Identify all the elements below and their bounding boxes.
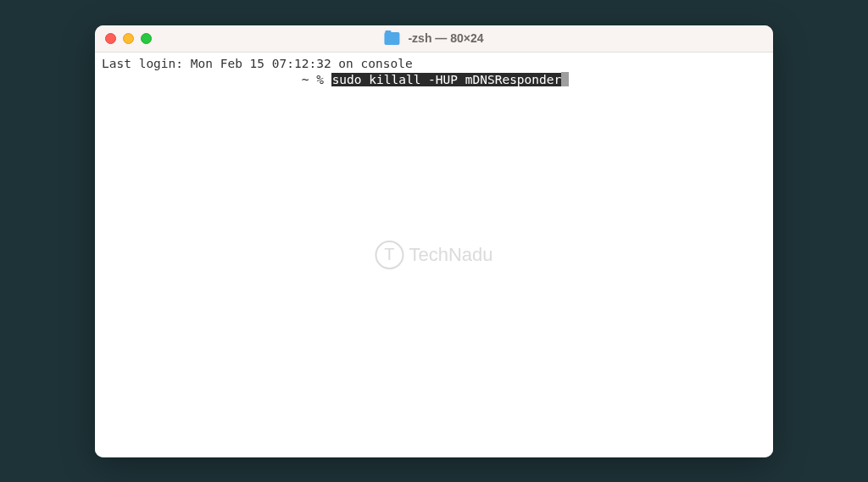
terminal-body[interactable]: Last login: Mon Feb 15 07:12:32 on conso… xyxy=(95,53,773,457)
watermark-logo-icon: T xyxy=(375,241,403,269)
watermark: T TechNadu xyxy=(375,241,492,269)
window-title: -zsh — 80×24 xyxy=(408,31,483,45)
watermark-letter: T xyxy=(384,243,394,266)
watermark-text: TechNadu xyxy=(409,242,492,268)
folder-icon xyxy=(384,32,399,45)
prompt-prefix: ~ % xyxy=(302,73,331,86)
terminal-window: -zsh — 80×24 Last login: Mon Feb 15 07:1… xyxy=(95,25,773,457)
login-line: Last login: Mon Feb 15 07:12:32 on conso… xyxy=(102,57,413,70)
maximize-icon[interactable] xyxy=(141,33,152,44)
cursor-icon xyxy=(561,72,569,86)
titlebar-center: -zsh — 80×24 xyxy=(384,31,483,45)
prompt-line: ~ % sudo killall -HUP mDNSResponder xyxy=(102,72,766,89)
command-text: sudo killall -HUP mDNSResponder xyxy=(331,73,563,86)
traffic-lights xyxy=(105,33,152,44)
minimize-icon[interactable] xyxy=(123,33,134,44)
titlebar[interactable]: -zsh — 80×24 xyxy=(95,25,773,53)
prompt-indent xyxy=(102,73,302,86)
close-icon[interactable] xyxy=(105,33,116,44)
